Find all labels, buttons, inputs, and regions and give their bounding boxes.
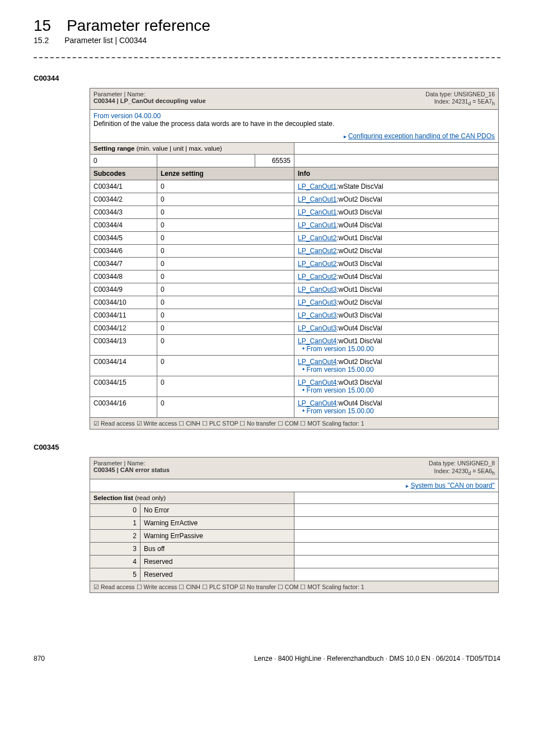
- param-label-2: Parameter | Name:: [93, 460, 146, 466]
- subcode-cell: C00344/15: [90, 376, 157, 397]
- info-tail: :wOut2 DiscVal: [336, 358, 382, 366]
- lenze-setting-cell: 0: [157, 356, 294, 376]
- subcode-cell: C00344/13: [90, 335, 157, 356]
- data-type-2: Data type: UNSIGNED_8: [429, 460, 495, 466]
- info-tail: :wOut2 DiscVal: [336, 195, 382, 203]
- info-cell: LP_CanOut4:wOut3 DiscValFrom version 15.…: [294, 376, 499, 397]
- divider: [34, 57, 500, 58]
- info-tail: :wOut2 DiscVal: [336, 247, 382, 255]
- subcode-cell: C00344/6: [90, 245, 157, 258]
- lp-canout-link[interactable]: LP_CanOut2: [298, 234, 336, 242]
- info-tail: :wOut4 DiscVal: [336, 221, 382, 229]
- info-tail: :wOut4 DiscVal: [336, 324, 382, 332]
- lenze-setting-cell: 0: [157, 283, 294, 296]
- table-footer-c00345: ☑ Read access ☐ Write access ☐ CINH ☐ PL…: [90, 581, 499, 592]
- info-tail: :wOut3 DiscVal: [336, 379, 382, 386]
- info-cell: LP_CanOut2:wOut4 DiscVal: [294, 270, 499, 283]
- info-tail: :wOut2 DiscVal: [336, 298, 382, 306]
- index-eq-2: = 5EA6: [471, 468, 492, 474]
- subcode-cell: C00344/9: [90, 283, 157, 296]
- info-header: Info: [294, 167, 499, 180]
- lenze-setting-cell: 0: [157, 180, 294, 193]
- index-eq: = 5EA7: [471, 98, 492, 105]
- subcode-cell: C00344/7: [90, 258, 157, 270]
- selection-value-cell: Reserved: [140, 568, 294, 581]
- lenze-setting-cell: 0: [157, 219, 294, 232]
- system-bus-link[interactable]: System bus "CAN on board": [410, 482, 495, 489]
- index-label: Index: 24231: [434, 98, 469, 105]
- info-cell: LP_CanOut2:wOut3 DiscVal: [294, 258, 499, 270]
- info-tail: :wOut4 DiscVal: [336, 273, 382, 281]
- subcode-cell: C00344/4: [90, 219, 157, 232]
- info-cell: LP_CanOut4:wOut4 DiscValFrom version 15.…: [294, 397, 499, 418]
- page-number: 870: [34, 655, 45, 662]
- lp-canout-link[interactable]: LP_CanOut4: [298, 399, 336, 407]
- info-cell: LP_CanOut1:wState DiscVal: [294, 180, 499, 193]
- selection-empty-cell: [294, 542, 499, 555]
- subcode-cell: C00344/12: [90, 322, 157, 335]
- lp-canout-link[interactable]: LP_CanOut2: [298, 247, 336, 255]
- subcode-cell: C00344/8: [90, 270, 157, 283]
- subcode-cell: C00344/2: [90, 193, 157, 206]
- selection-value-cell: No Error: [140, 503, 294, 516]
- subcode-cell: C00344/10: [90, 296, 157, 309]
- lp-canout-link[interactable]: LP_CanOut1: [298, 208, 336, 216]
- lenze-setting-cell: 0: [157, 270, 294, 283]
- lenze-setting-cell: 0: [157, 245, 294, 258]
- lp-canout-link[interactable]: LP_CanOut3: [298, 298, 336, 306]
- selection-list-label: Selection list: [93, 494, 133, 501]
- lp-canout-link[interactable]: LP_CanOut1: [298, 195, 336, 203]
- section-code-c00345: C00345: [34, 443, 500, 451]
- selection-index-cell: 0: [90, 503, 140, 516]
- from-version-note: From version 15.00.00: [302, 386, 495, 394]
- selection-empty-cell: [294, 568, 499, 581]
- info-tail: :wOut3 DiscVal: [336, 260, 382, 268]
- lp-canout-link[interactable]: LP_CanOut3: [298, 324, 336, 332]
- lenze-setting-cell: 0: [157, 376, 294, 397]
- index-sub-h: h: [492, 101, 495, 106]
- info-cell: LP_CanOut3:wOut4 DiscVal: [294, 322, 499, 335]
- setting-max: 65535: [255, 155, 294, 167]
- info-cell: LP_CanOut3:wOut2 DiscVal: [294, 296, 499, 309]
- lp-canout-link[interactable]: LP_CanOut4: [298, 379, 336, 386]
- index-sub-h-2: h: [492, 470, 495, 476]
- lp-canout-link[interactable]: LP_CanOut3: [298, 286, 336, 293]
- info-cell: LP_CanOut1:wOut4 DiscVal: [294, 219, 499, 232]
- subcode-cell: C00344/16: [90, 397, 157, 418]
- selection-index-cell: 1: [90, 516, 140, 529]
- lp-canout-link[interactable]: LP_CanOut4: [298, 337, 336, 345]
- lenze-setting-cell: 0: [157, 193, 294, 206]
- cfg-exception-link[interactable]: Configuring exception handling of the CA…: [348, 132, 495, 140]
- lp-canout-link[interactable]: LP_CanOut2: [298, 260, 336, 268]
- lp-canout-link[interactable]: LP_CanOut4: [298, 358, 336, 366]
- subcode-cell: C00344/11: [90, 309, 157, 322]
- lenze-setting-cell: 0: [157, 258, 294, 270]
- setting-range-label: Setting range: [93, 145, 134, 152]
- lenze-header: Lenze setting: [157, 167, 294, 180]
- lenze-setting-cell: 0: [157, 397, 294, 418]
- lp-canout-link[interactable]: LP_CanOut1: [298, 183, 336, 190]
- subcodes-header: Subcodes: [90, 167, 157, 180]
- selection-list-paren: (read only): [133, 494, 166, 501]
- lenze-setting-cell: 0: [157, 232, 294, 245]
- from-version-note: From version 15.00.00: [302, 366, 495, 374]
- from-version-note: From version 15.00.00: [302, 345, 495, 353]
- info-tail: :wOut4 DiscVal: [336, 399, 382, 407]
- subcode-cell: C00344/5: [90, 232, 157, 245]
- from-version: From version 04.00.00: [93, 112, 161, 120]
- selection-value-cell: Warning ErrPassive: [140, 529, 294, 542]
- selection-empty-cell: [294, 529, 499, 542]
- info-tail: :wOut3 DiscVal: [336, 311, 382, 319]
- info-cell: LP_CanOut4:wOut1 DiscValFrom version 15.…: [294, 335, 499, 356]
- info-tail: :wOut1 DiscVal: [336, 337, 382, 345]
- selection-index-cell: 4: [90, 555, 140, 568]
- lenze-setting-cell: 0: [157, 206, 294, 219]
- data-type: Data type: UNSIGNED_16: [425, 91, 495, 97]
- footer-right: Lenze · 8400 HighLine · Referenzhandbuch…: [254, 655, 500, 662]
- section-title: Parameter list | C00344: [64, 36, 147, 45]
- lp-canout-link[interactable]: LP_CanOut3: [298, 311, 336, 319]
- subcode-cell: C00344/1: [90, 180, 157, 193]
- lp-canout-link[interactable]: LP_CanOut1: [298, 221, 336, 229]
- lp-canout-link[interactable]: LP_CanOut2: [298, 273, 336, 281]
- selection-value-cell: Reserved: [140, 555, 294, 568]
